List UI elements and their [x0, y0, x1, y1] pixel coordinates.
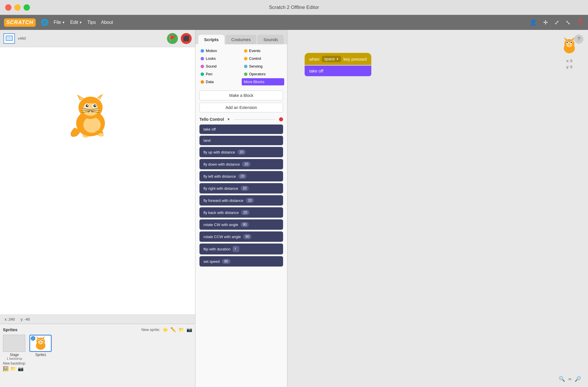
- looks-dot: [201, 57, 204, 60]
- close-button[interactable]: [5, 4, 11, 11]
- fly-forward-num: 20: [246, 198, 254, 203]
- category-events[interactable]: Events: [242, 47, 285, 54]
- block-fly-up[interactable]: fly up with distance 20: [199, 147, 283, 157]
- sprites-title: Sprites: [3, 327, 18, 332]
- event-block[interactable]: when space ▼ key pressed: [305, 53, 371, 65]
- category-operators[interactable]: Operators: [242, 70, 285, 78]
- backdrop-paint-icon[interactable]: 🖼️: [3, 366, 9, 371]
- category-looks[interactable]: Looks: [198, 55, 241, 62]
- minimize-button[interactable]: [14, 4, 21, 11]
- script-info: x: 0 y: 0: [559, 36, 579, 69]
- block-fly-forward[interactable]: fly forward with distance 20: [199, 195, 283, 206]
- stage-name: Stage: [3, 353, 26, 357]
- stop-button[interactable]: ⬛: [181, 33, 192, 44]
- script-cat-icon: [559, 36, 579, 56]
- help-icon[interactable]: ❓: [577, 19, 584, 26]
- paint-sprite-icon[interactable]: ⭐: [162, 327, 168, 332]
- events-dot: [244, 49, 247, 53]
- script-area: ? when space ▼ key pressed take off: [287, 30, 588, 387]
- camera-sprite-icon[interactable]: 📷: [187, 327, 192, 332]
- stage-label: v460: [18, 36, 26, 41]
- green-flag-button[interactable]: 🚩: [167, 33, 178, 44]
- contract-icon[interactable]: ⤡: [566, 19, 570, 26]
- crosshair-icon[interactable]: ✛: [543, 19, 548, 26]
- edit-menu[interactable]: Edit ▼: [70, 20, 82, 25]
- sprite1-thumbnail: i: [29, 335, 52, 352]
- sound-dot: [201, 65, 204, 68]
- scratch-logo: SCRATCH: [4, 18, 36, 27]
- category-data[interactable]: Data: [198, 78, 241, 85]
- expand-icon[interactable]: ⤢: [554, 19, 559, 26]
- block-land[interactable]: land: [199, 136, 283, 145]
- zoom-reset-button[interactable]: ＝: [567, 375, 572, 382]
- categories-grid: Motion Events Looks Control Sound Sensin…: [195, 44, 287, 88]
- edit-sprite-icon[interactable]: ✏️: [170, 327, 176, 332]
- new-sprite-label: New sprite:: [141, 327, 160, 332]
- block-flip[interactable]: flip with duration f: [199, 244, 283, 254]
- block-rotate-cw[interactable]: rotate CW with angle 90: [199, 219, 283, 230]
- motion-dot: [201, 49, 204, 53]
- zoom-in-button[interactable]: 🔍: [575, 376, 581, 382]
- upload-sprite-icon[interactable]: 📁: [178, 327, 184, 332]
- svg-point-45: [567, 42, 568, 42]
- dropdown-arrow-icon: ▼: [336, 58, 339, 61]
- block-fly-left[interactable]: fly left with distance 20: [199, 171, 283, 181]
- set-speed-num: 80: [222, 259, 230, 264]
- event-when-label: when: [309, 57, 320, 62]
- stage-toolbar: v460 🚩 ⬛: [0, 30, 195, 47]
- category-sound[interactable]: Sound: [198, 63, 241, 70]
- block-fly-right[interactable]: fly right with distance 20: [199, 183, 283, 193]
- tab-scripts[interactable]: Scripts: [198, 35, 224, 44]
- block-take-off[interactable]: take off: [199, 124, 283, 134]
- make-a-block-button[interactable]: Make a Block: [199, 91, 283, 100]
- zoom-out-button[interactable]: 🔍: [559, 376, 565, 382]
- svg-point-19: [87, 105, 88, 106]
- tab-sounds[interactable]: Sounds: [258, 35, 284, 44]
- key-dropdown[interactable]: space ▼: [322, 56, 341, 62]
- sprites-panel: Sprites New sprite: ⭐ ✏️ 📁 📷 Stage 1 bac…: [0, 324, 195, 387]
- maximize-button[interactable]: [24, 4, 30, 11]
- category-sensing[interactable]: Sensing: [242, 63, 285, 70]
- backdrop-upload-icon[interactable]: 📁: [10, 366, 16, 371]
- svg-point-43: [566, 41, 568, 43]
- about-menu[interactable]: About: [101, 20, 113, 25]
- window-title: Scratch 2 Offline Editor: [269, 5, 319, 10]
- add-extension-button[interactable]: Add an Extension: [199, 103, 283, 112]
- flip-input[interactable]: f: [233, 246, 239, 252]
- key-pressed-label: key pressed: [343, 57, 367, 62]
- block-fly-down[interactable]: fly down with distance 20: [199, 159, 283, 169]
- sprites-header: Sprites New sprite: ⭐ ✏️ 📁 📷: [3, 327, 192, 332]
- category-more-blocks[interactable]: More Blocks: [242, 78, 285, 85]
- file-menu[interactable]: File ▼: [54, 20, 65, 25]
- fly-down-num: 20: [242, 162, 250, 167]
- tips-menu[interactable]: Tips: [87, 20, 96, 25]
- tello-title: Tello Control: [199, 117, 224, 122]
- stage-thumb[interactable]: Stage 1 backdrop: [3, 335, 26, 360]
- backdrop-camera-icon[interactable]: 📷: [18, 366, 24, 371]
- category-motion[interactable]: Motion: [198, 47, 241, 54]
- stage-area: v460 🚩 ⬛: [0, 30, 195, 387]
- person-icon[interactable]: 👤: [530, 19, 537, 26]
- stage-view-icon[interactable]: [3, 33, 15, 44]
- tabs-bar: Scripts Costumes Sounds: [195, 30, 287, 44]
- block-rotate-ccw[interactable]: rotate CCW with angle 90: [199, 231, 283, 242]
- block-set-speed[interactable]: set speed 80: [199, 256, 283, 267]
- svg-marker-39: [571, 37, 574, 40]
- sprite1-name: Sprite1: [29, 353, 52, 357]
- sprites-list: Stage 1 backdrop i: [3, 335, 192, 360]
- block-fly-back[interactable]: fly back with distance 20: [199, 207, 283, 218]
- tello-section: Tello Control ▼ take off land fly up wit…: [195, 115, 287, 387]
- x-coord: x: 240: [5, 317, 15, 321]
- action-block[interactable]: take off: [305, 66, 371, 76]
- window-controls: [5, 4, 30, 11]
- tello-expand-icon[interactable]: ▼: [227, 117, 230, 121]
- globe-icon[interactable]: 🌐: [41, 19, 49, 26]
- sprite1-thumb[interactable]: i S: [29, 335, 52, 357]
- info-badge[interactable]: i: [31, 336, 35, 341]
- main-content: v460 🚩 ⬛: [0, 30, 588, 387]
- category-pen[interactable]: Pen: [198, 70, 241, 78]
- category-control[interactable]: Control: [242, 55, 285, 62]
- fly-back-num: 20: [241, 210, 249, 215]
- tab-costumes[interactable]: Costumes: [226, 35, 257, 44]
- zoom-controls: 🔍 ＝ 🔍: [559, 375, 581, 382]
